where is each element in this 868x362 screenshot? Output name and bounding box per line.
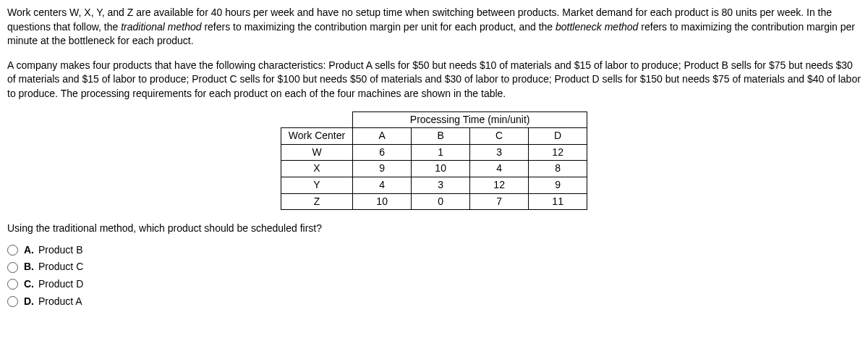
term-traditional: traditional method [121,21,201,33]
option-letter: D. [24,295,34,309]
col-header: D [529,128,587,145]
cell: 4 [470,161,529,177]
table-row: W 6 1 3 12 [281,144,587,161]
question-text: Using the traditional method, which prod… [7,222,861,236]
processing-table-container: Processing Time (min/unit) Work Center A… [7,111,861,211]
cell: 9 [529,177,587,193]
radio-icon[interactable] [7,279,18,290]
option-b[interactable]: B. Product C [7,260,861,274]
option-letter: A. [24,243,34,258]
cell: 6 [353,144,412,161]
cell: 8 [529,161,587,177]
option-letter: B. [24,260,34,274]
table-row: X 9 10 4 8 [281,161,587,177]
option-d[interactable]: D. Product A [7,295,861,309]
row-label: Z [281,193,352,210]
text: refers to maximizing the contribution ma… [202,21,556,33]
cell: 3 [470,144,529,161]
row-label: Y [281,177,352,193]
table-row: Y 4 3 12 9 [281,177,587,193]
term-bottleneck: bottleneck method [556,21,638,33]
cell: 10 [412,161,470,177]
option-text: Product A [38,295,82,309]
cell: 1 [412,144,470,161]
col-header: C [470,128,529,145]
cell: 9 [353,161,412,177]
cell: 12 [470,177,529,193]
table-corner: Work Center [281,128,352,145]
option-text: Product B [38,243,82,258]
option-text: Product C [38,260,83,274]
radio-icon[interactable] [7,296,18,307]
option-text: Product D [38,277,83,292]
cell: 7 [470,193,529,210]
processing-table: Processing Time (min/unit) Work Center A… [281,111,587,211]
table-title: Processing Time (min/unit) [353,111,587,128]
cell: 12 [529,144,587,161]
option-c[interactable]: C. Product D [7,277,861,292]
cell: 4 [353,177,412,193]
radio-icon[interactable] [7,262,18,273]
intro-paragraph-2: A company makes four products that have … [7,59,861,101]
options-group: A. Product B B. Product C C. Product D D… [7,243,861,308]
row-label: W [281,144,352,161]
cell: 0 [412,193,470,210]
radio-icon[interactable] [7,245,18,256]
col-header: A [353,128,412,145]
row-label: X [281,161,352,177]
option-letter: C. [24,277,34,292]
cell: 3 [412,177,470,193]
intro-paragraph-1: Work centers W, X, Y, and Z are availabl… [7,6,861,49]
col-header: B [412,128,470,145]
table-row: Z 10 0 7 11 [281,193,587,210]
cell: 10 [353,193,412,210]
cell: 11 [529,193,587,210]
option-a[interactable]: A. Product B [7,243,861,258]
